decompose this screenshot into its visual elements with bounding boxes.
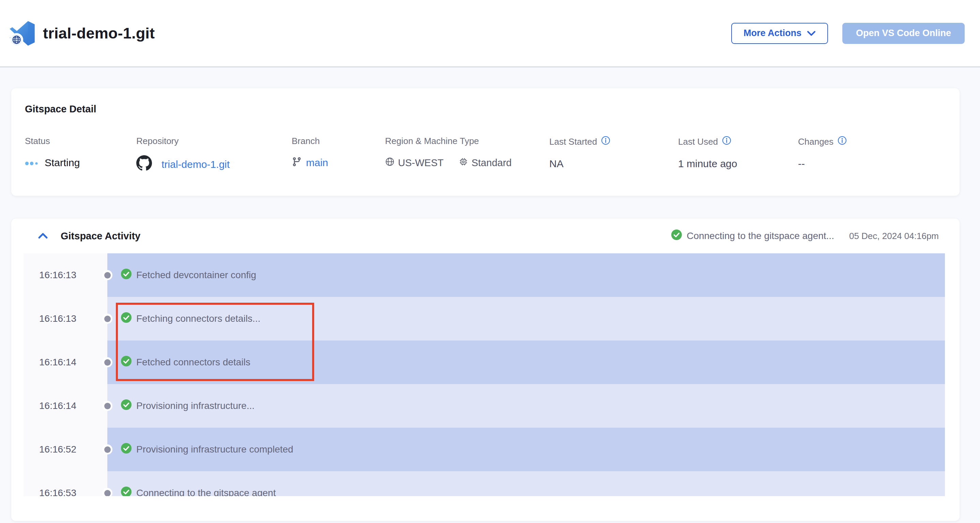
collapse-chevron-up-icon[interactable] (38, 232, 48, 240)
activity-log-row: 16:16:53 Connecting to the gitspace agen… (24, 471, 945, 496)
activity-log: 16:16:13 Fetched devcontainer config 16:… (24, 253, 945, 496)
activity-row-message: Connecting to the gitspace agent (136, 488, 276, 496)
machine-type-value: Standard (472, 157, 512, 168)
last-used-label: Last Used (678, 136, 718, 147)
info-icon[interactable] (838, 136, 847, 147)
activity-log-row: 16:16:13 Fetched devcontainer config (24, 253, 945, 297)
timeline-dot-icon (102, 488, 113, 496)
activity-row-message: Provisioning infrastructure completed (136, 444, 293, 455)
success-check-icon (121, 312, 132, 325)
activity-row-message: Fetched connectors details (136, 357, 250, 368)
github-icon (136, 155, 152, 173)
activity-log-row: 16:16:14 Fetched connectors details (24, 341, 945, 384)
repository-label: Repository (136, 136, 292, 146)
success-check-icon (671, 230, 682, 242)
gitspace-detail-card: Gitspace Detail Status Starting Reposito… (11, 88, 959, 196)
more-actions-label: More Actions (743, 28, 802, 38)
activity-row-message: Provisioning infrastructure... (136, 401, 255, 411)
activity-title: Gitspace Activity (60, 230, 140, 242)
activity-row-time: 16:16:13 (24, 253, 107, 297)
activity-row-time: 16:16:14 (24, 384, 107, 428)
timeline-dot-icon (102, 314, 113, 324)
git-branch-icon (292, 157, 302, 169)
activity-row-time: 16:16:14 (24, 341, 107, 384)
top-bar: trial-demo-1.git More Actions Open VS Co… (0, 0, 980, 67)
success-check-icon (121, 269, 132, 282)
repository-link[interactable]: trial-demo-1.git (162, 158, 230, 170)
region-value: US-WEST (398, 157, 444, 168)
info-icon[interactable] (722, 136, 731, 147)
changes-label: Changes (798, 136, 834, 147)
machine-type-chip-icon (459, 157, 468, 169)
page-title: trial-demo-1.git (43, 24, 155, 42)
field-changes: Changes -- (798, 136, 946, 173)
more-actions-button[interactable]: More Actions (731, 23, 828, 44)
status-label: Status (25, 136, 136, 146)
open-vscode-online-button[interactable]: Open VS Code Online (842, 23, 965, 44)
success-check-icon (121, 356, 132, 369)
gitspace-detail-heading: Gitspace Detail (25, 103, 946, 115)
field-status: Status Starting (25, 136, 136, 173)
activity-log-row: 16:16:52 Provisioning infrastructure com… (24, 428, 945, 471)
activity-log-row: 16:16:14 Provisioning infrastructure... (24, 384, 945, 428)
gitspace-activity-card: Gitspace Activity Connecting to the gits… (11, 219, 959, 521)
success-check-icon (121, 443, 132, 456)
status-value: Starting (45, 157, 80, 168)
globe-icon (385, 157, 395, 169)
changes-value: -- (798, 156, 946, 171)
info-icon[interactable] (601, 136, 610, 147)
last-started-label: Last Started (549, 136, 597, 147)
branch-link[interactable]: main (306, 157, 328, 168)
status-starting-dots-icon (25, 157, 39, 168)
activity-timestamp: 05 Dec, 2024 04:16pm (849, 231, 939, 241)
field-repository: Repository trial-demo-1.git (136, 136, 292, 173)
branch-label: Branch (292, 136, 385, 146)
chevron-down-icon (807, 28, 816, 38)
activity-header: Gitspace Activity Connecting to the gits… (11, 219, 959, 253)
activity-status-message: Connecting to the gitspace agent... (687, 230, 834, 241)
field-last-started: Last Started NA (549, 136, 678, 173)
field-region-machine: Region & Machine Type US-WEST (385, 136, 549, 173)
timeline-dot-icon (102, 401, 113, 411)
vscode-gitspace-logo-icon (9, 20, 35, 47)
region-machine-label: Region & Machine Type (385, 136, 549, 146)
activity-row-message: Fetched devcontainer config (136, 270, 256, 281)
field-last-used: Last Used 1 minute ago (678, 136, 798, 173)
last-started-value: NA (549, 156, 678, 171)
activity-row-time: 16:16:52 (24, 428, 107, 471)
last-used-value: 1 minute ago (678, 156, 798, 171)
success-check-icon (121, 487, 132, 496)
activity-row-message: Fetching connectors details... (136, 313, 260, 324)
timeline-dot-icon (102, 357, 113, 368)
detail-fields: Status Starting Repository (25, 136, 946, 173)
field-branch: Branch main (292, 136, 385, 173)
activity-row-time: 16:16:13 (24, 297, 107, 341)
timeline-dot-icon (102, 444, 113, 455)
timeline-dot-icon (102, 270, 113, 280)
activity-log-row: 16:16:13 Fetching connectors details... (24, 297, 945, 341)
success-check-icon (121, 399, 132, 412)
activity-row-time: 16:16:53 (24, 471, 107, 496)
